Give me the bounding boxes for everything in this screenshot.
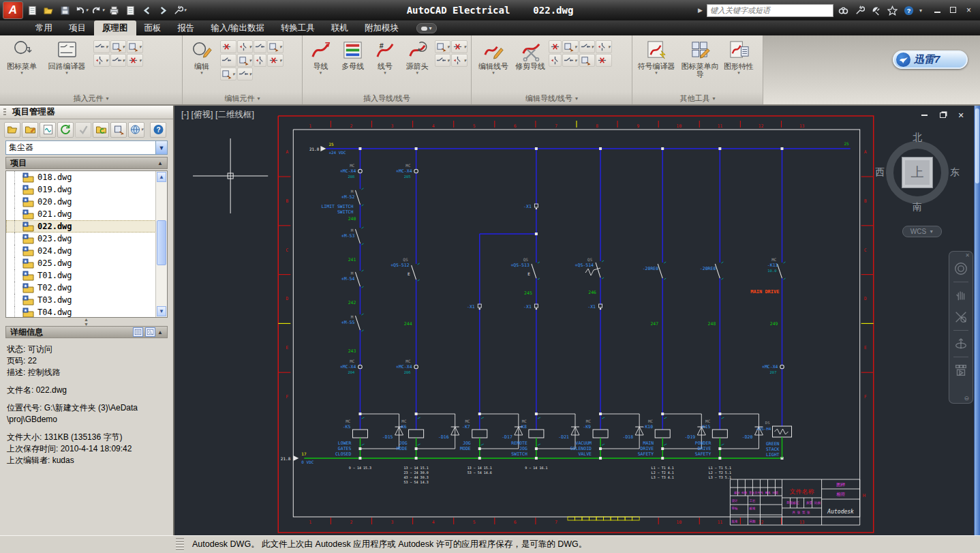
search-input[interactable]: [707, 4, 833, 17]
minimize-button[interactable]: [933, 5, 942, 15]
save-button[interactable]: [58, 3, 72, 18]
tool-button[interactable]: ▾: [267, 54, 284, 67]
file-item-020.dwg[interactable]: 020.dwg: [6, 196, 167, 208]
plot-button[interactable]: [107, 3, 121, 18]
previous-project-drawing-button[interactable]: [140, 3, 154, 18]
project-select[interactable]: 集尘器 ▼: [5, 140, 168, 155]
orbit-button[interactable]: [952, 333, 970, 354]
drawing-scrollbar[interactable]: [974, 106, 980, 535]
drawing-list-report-button[interactable]: [40, 122, 56, 138]
file-item-024.dwg[interactable]: 024.dwg: [6, 245, 167, 257]
application-menu-button[interactable]: A: [3, 1, 23, 19]
tool-button[interactable]: ▾: [451, 54, 468, 67]
multiple-bus-button[interactable]: 多母线: [338, 38, 367, 70]
tool-button[interactable]: ▾: [93, 40, 110, 53]
project-update-button[interactable]: [93, 122, 109, 138]
search-button[interactable]: [838, 4, 850, 16]
panel-footer-edit-components[interactable]: 编辑元件▾: [183, 93, 302, 104]
favorites-button[interactable]: [887, 4, 899, 16]
tool-button[interactable]: ▾: [110, 54, 127, 67]
edit-button[interactable]: 编辑▾: [186, 38, 217, 76]
tool-button[interactable]: ▾: [127, 40, 143, 53]
tool-button[interactable]: ▾: [127, 54, 143, 67]
new-file-button[interactable]: [25, 3, 40, 18]
panel-footer-insert-components[interactable]: 插入元件▾: [0, 93, 182, 104]
doc-close-button[interactable]: ✕: [957, 111, 965, 119]
help-dropdown-icon[interactable]: ▾: [919, 8, 922, 14]
task-list-button[interactable]: [75, 122, 91, 138]
tool-button[interactable]: [220, 40, 236, 53]
tool-button[interactable]: ▾: [237, 54, 254, 67]
tool-button[interactable]: [254, 54, 266, 67]
tab-输入/输出数据[interactable]: 输入/输出数据: [203, 20, 273, 35]
tool-button[interactable]: [549, 54, 562, 67]
project-help-button[interactable]: [150, 122, 166, 138]
chevron-down-icon[interactable]: ▾: [141, 127, 144, 132]
tool-button[interactable]: ▾: [435, 40, 451, 53]
tab-面板[interactable]: 面板: [136, 20, 170, 35]
file-item-025.dwg[interactable]: 025.dwg: [6, 257, 167, 269]
viewcube[interactable]: 北 南 西 东 上: [878, 133, 957, 212]
file-item-T03.dwg[interactable]: T03.dwg: [6, 294, 167, 306]
redo-button[interactable]: ▾: [91, 3, 105, 18]
file-list-scrollbar[interactable]: ▲ ▼: [155, 171, 167, 317]
drawing-properties-button[interactable]: 图形特性▾: [723, 38, 754, 76]
help-button[interactable]: [903, 4, 915, 16]
file-item-019.dwg[interactable]: 019.dwg: [6, 183, 167, 196]
tool-button[interactable]: ▾: [93, 54, 110, 67]
close-button[interactable]: ×: [964, 5, 973, 15]
tab-报告[interactable]: 报告: [170, 20, 203, 35]
doc-restore-button[interactable]: [938, 111, 947, 119]
file-item-T04.dwg[interactable]: T04.dwg: [6, 306, 167, 318]
plot-publish-button[interactable]: [110, 122, 127, 138]
schematic-canvas[interactable]: 11223344556677891010111112121313AABBCCDD…: [174, 106, 980, 535]
tab-常用[interactable]: 常用: [27, 20, 61, 35]
tab-转换工具[interactable]: 转换工具: [273, 20, 323, 35]
wire-button[interactable]: 导线▾: [306, 38, 335, 76]
collapse-icon[interactable]: ▲: [157, 160, 163, 166]
file-item-018.dwg[interactable]: 018.dwg: [6, 171, 167, 183]
tool-button[interactable]: [579, 54, 596, 67]
viewcube-south[interactable]: 南: [913, 201, 922, 213]
tool-button[interactable]: [596, 54, 612, 67]
tool-button[interactable]: ▾: [451, 40, 468, 53]
wire-number-button[interactable]: 线号▾: [370, 38, 399, 76]
panel-footer-other-tools[interactable]: 其他工具▾: [632, 93, 763, 104]
scroll-thumb[interactable]: [157, 220, 166, 265]
tool-button[interactable]: ▾: [596, 40, 612, 53]
undo-dropdown-icon[interactable]: ▾: [86, 8, 89, 13]
details-view-button[interactable]: [133, 327, 143, 337]
showmotion-button[interactable]: [952, 360, 970, 380]
pan-button[interactable]: [952, 285, 970, 305]
viewport-controls-label[interactable]: [-] [俯视] [二维线框]: [181, 109, 254, 121]
viewcube-east[interactable]: 东: [950, 166, 960, 179]
tool-button[interactable]: ▾: [562, 54, 579, 67]
refresh-button[interactable]: [57, 122, 74, 138]
tool-button[interactable]: ▾: [110, 40, 127, 53]
tool-button[interactable]: ▾: [562, 40, 579, 53]
trim-wire-button[interactable]: 修剪导线: [515, 38, 546, 70]
tab-联机[interactable]: 联机: [323, 20, 356, 35]
thunder7-launcher-button[interactable]: 迅雷7: [893, 50, 968, 69]
open-file-button[interactable]: [42, 3, 56, 18]
tool-button[interactable]: ▾: [579, 40, 596, 53]
infocenter-collapse-icon[interactable]: ▶: [698, 7, 703, 14]
details-preview-button[interactable]: [145, 327, 155, 337]
workspace-tool-button[interactable]: ▾: [172, 3, 187, 18]
tool-button[interactable]: ▾: [237, 68, 254, 80]
source-arrow-button[interactable]: 源箭头▾: [403, 38, 432, 76]
drawing-scroll-thumb[interactable]: [975, 108, 979, 183]
panel-footer-insert-wires[interactable]: 插入导线/线号: [303, 93, 471, 104]
web-publish-button[interactable]: ▾: [128, 122, 144, 138]
viewcube-north[interactable]: 北: [913, 132, 922, 144]
tab-原理图[interactable]: 原理图: [94, 20, 136, 35]
tool-button[interactable]: ▾: [267, 40, 284, 53]
wcs-menu[interactable]: WCS▼: [902, 226, 942, 237]
file-item-021.dwg[interactable]: 021.dwg: [6, 208, 167, 220]
panel-footer-edit-wires[interactable]: 编辑导线/线号▾: [472, 93, 632, 104]
file-item-T02.dwg[interactable]: T02.dwg: [6, 282, 167, 294]
tab-附加模块[interactable]: 附加模块: [356, 20, 407, 35]
scroll-up-button[interactable]: ▲: [157, 172, 166, 182]
qat-dropdown-icon[interactable]: ▾: [184, 8, 187, 13]
tool-button[interactable]: ▾: [220, 68, 236, 80]
